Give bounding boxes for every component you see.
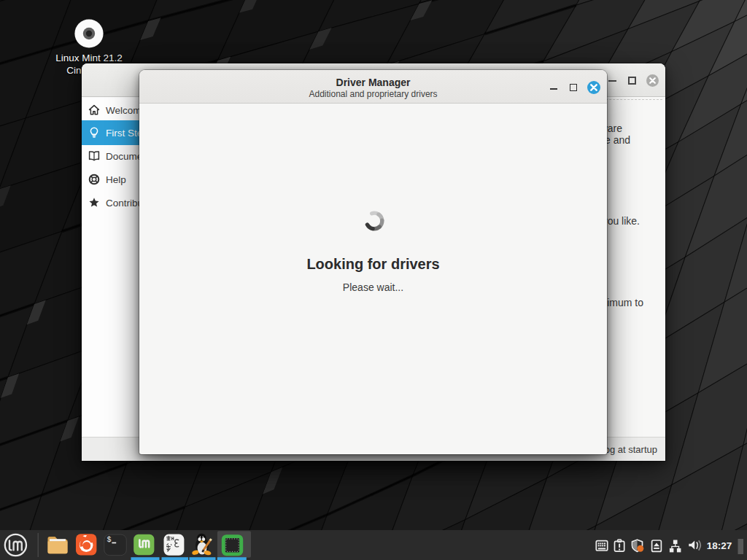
svg-text:$: $ <box>107 536 112 544</box>
svg-text:18:27: 18:27 <box>707 540 732 551</box>
